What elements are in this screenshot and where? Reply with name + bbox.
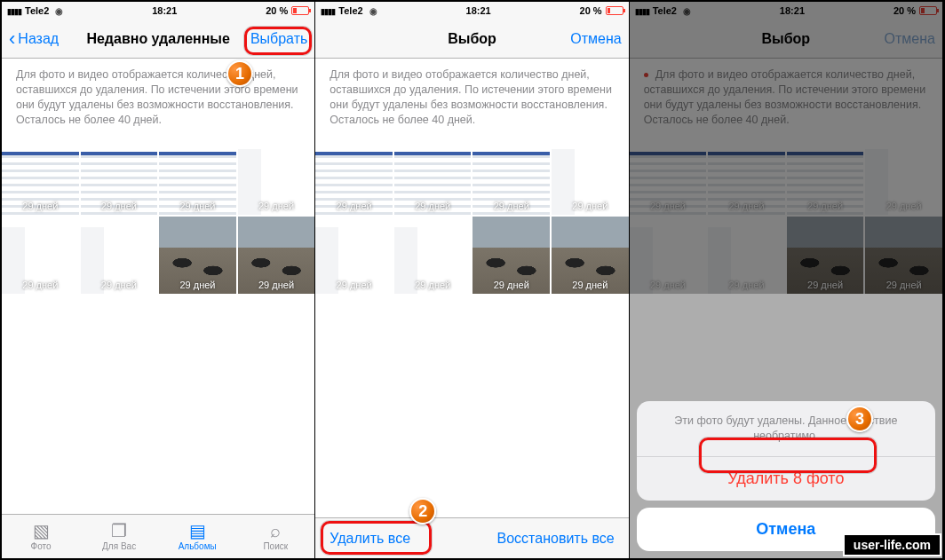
clock: 18:21 — [152, 5, 177, 16]
wifi-icon — [52, 5, 63, 16]
photo-thumb[interactable]: 29 дней — [552, 217, 629, 294]
signal-icon — [7, 5, 21, 16]
photo-thumb[interactable]: 29 дней — [159, 138, 236, 216]
step-badge-3: 3 — [846, 406, 873, 432]
tab-photo[interactable]: ▧ Фото — [2, 515, 80, 558]
highlight-select — [244, 27, 312, 55]
composite: Tele2 18:21 20 % ‹ Назад Недавно удаленн… — [0, 0, 945, 560]
photos-icon: ▧ — [33, 522, 50, 540]
photo-thumb[interactable]: 29 дней — [81, 138, 158, 216]
photo-thumb[interactable]: 29 дней — [2, 138, 79, 216]
highlight-delete-n — [699, 438, 877, 473]
screen-selection: Tele2 18:21 20 % Выбор Отмена Для фото и… — [315, 2, 629, 558]
screen-recently-deleted: Tele2 18:21 20 % ‹ Назад Недавно удаленн… — [2, 2, 315, 558]
photo-grid: 29 дней 29 дней 29 дней 29 дней 29 дней … — [2, 138, 314, 294]
photo-thumb[interactable]: 29 дней — [2, 217, 79, 294]
battery-icon — [606, 6, 623, 15]
carrier-label: Tele2 — [25, 5, 49, 16]
nav-bar: Выбор Отмена — [315, 20, 628, 59]
photo-thumb[interactable]: 29 дней — [81, 217, 158, 294]
info-text: Для фото и видео отображается количество… — [2, 59, 314, 138]
highlight-delete-all — [321, 521, 432, 555]
photo-thumb[interactable]: 29 дней — [394, 138, 472, 216]
photo-thumb[interactable]: 29 дней — [315, 138, 393, 216]
photo-thumb[interactable]: 29 дней — [315, 217, 393, 294]
action-sheet-overlay: Эти фото будут удалены. Данное действие … — [630, 2, 942, 558]
tab-search[interactable]: ⌕ Поиск — [236, 515, 314, 558]
chevron-left-icon: ‹ — [9, 29, 15, 49]
foryou-icon: ❐ — [111, 522, 127, 540]
battery-percent: 20 % — [266, 5, 288, 16]
albums-icon: ▤ — [189, 522, 206, 540]
tab-bar: ▧ Фото ❐ Для Вас ▤ Альбомы ⌕ Поиск — [2, 514, 314, 558]
info-text: Для фото и видео отображается количество… — [315, 59, 628, 138]
photo-thumb[interactable]: 29 дней — [159, 217, 236, 294]
photo-thumb[interactable]: 29 дней — [394, 217, 472, 294]
photo-thumb[interactable]: 29 дней — [552, 138, 629, 216]
photo-thumb[interactable]: 29 дней — [472, 217, 550, 294]
photo-thumb[interactable]: 29 дней — [472, 138, 550, 216]
search-icon: ⌕ — [270, 522, 281, 540]
cancel-button[interactable]: Отмена — [570, 31, 621, 47]
status-bar: Tele2 18:21 20 % — [2, 2, 314, 20]
recover-all-button[interactable]: Восстановить все — [497, 531, 615, 547]
screen-action-sheet: Tele2 18:21 20 % Выбор Отмена Для фото и… — [630, 2, 943, 558]
back-label: Назад — [18, 31, 59, 47]
signal-icon — [321, 5, 335, 16]
photo-thumb[interactable]: 29 дней — [238, 138, 315, 216]
wifi-icon — [367, 5, 377, 16]
watermark: user-life.com — [843, 533, 941, 556]
back-button[interactable]: ‹ Назад — [9, 29, 59, 49]
status-bar: Tele2 18:21 20 % — [315, 2, 628, 20]
photo-thumb[interactable]: 29 дней — [238, 217, 315, 294]
battery-icon — [291, 6, 309, 15]
tab-albums[interactable]: ▤ Альбомы — [158, 515, 236, 558]
step-badge-1: 1 — [226, 60, 253, 87]
photo-grid: 29 дней 29 дней 29 дней 29 дней 29 дней … — [315, 138, 628, 294]
tab-foryou[interactable]: ❐ Для Вас — [80, 515, 158, 558]
